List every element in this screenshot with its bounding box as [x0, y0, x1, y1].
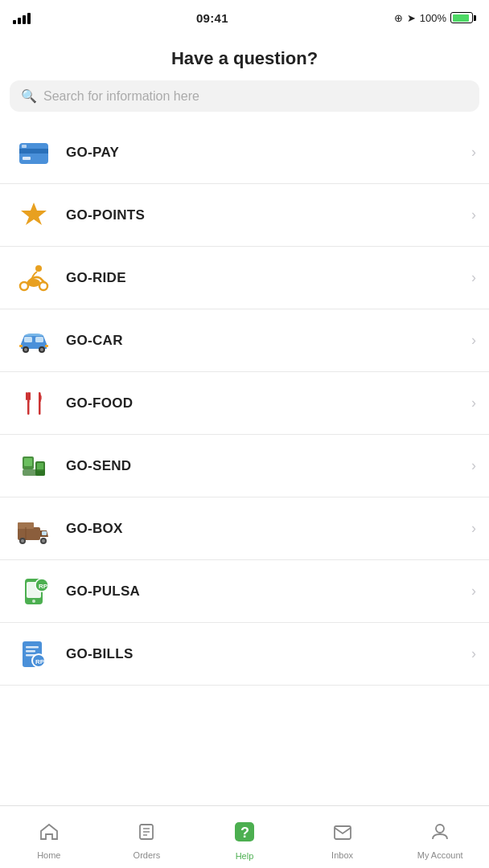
go-points-icon — [13, 194, 55, 236]
signal-icon — [13, 11, 31, 24]
location-icon: ⊕ — [394, 12, 403, 24]
gps-icon: ➤ — [407, 12, 416, 24]
go-pay-label: GO-PAY — [66, 145, 465, 161]
go-pay-chevron: › — [471, 144, 476, 161]
go-bills-icon: RP — [13, 633, 55, 675]
go-pulsa-icon: RP — [13, 571, 55, 612]
tab-my-account[interactable]: My Account — [391, 815, 489, 860]
svg-point-52 — [436, 825, 444, 833]
menu-item-go-send[interactable]: GO-SEND › — [0, 435, 489, 497]
go-bills-label: GO-BILLS — [66, 646, 465, 662]
inbox-icon — [332, 821, 353, 847]
go-food-chevron: › — [471, 395, 476, 411]
svg-rect-9 — [35, 337, 43, 342]
svg-text:RP: RP — [35, 658, 45, 665]
go-food-label: GO-FOOD — [66, 395, 465, 411]
tab-inbox-label: Inbox — [331, 850, 353, 860]
svg-text:RP: RP — [39, 583, 48, 590]
svg-point-36 — [32, 600, 35, 603]
svg-text:?: ? — [240, 825, 249, 841]
go-box-label: GO-BOX — [66, 521, 465, 537]
home-icon — [39, 821, 60, 847]
menu-item-go-bills[interactable]: RP GO-BILLS › — [0, 623, 489, 686]
go-food-icon — [13, 383, 55, 424]
go-box-chevron: › — [471, 520, 476, 537]
search-icon: 🔍 — [21, 88, 37, 104]
search-bar[interactable]: 🔍 Search for information here — [10, 80, 479, 112]
go-send-chevron: › — [471, 457, 476, 474]
tab-inbox[interactable]: Inbox — [294, 815, 392, 860]
menu-item-go-ride[interactable]: GO-RIDE › — [0, 247, 489, 309]
svg-rect-27 — [42, 531, 47, 535]
battery-icon — [450, 12, 476, 23]
svg-rect-41 — [26, 650, 35, 653]
go-car-label: GO-CAR — [66, 333, 465, 349]
svg-rect-17 — [26, 392, 27, 400]
svg-rect-1 — [19, 149, 48, 154]
svg-point-4 — [35, 265, 42, 272]
tab-home-label: Home — [37, 850, 60, 860]
search-input[interactable]: Search for information here — [43, 89, 468, 104]
svg-rect-15 — [45, 345, 48, 347]
tab-my-account-label: My Account — [417, 850, 463, 860]
tab-bar: Home Orders ? Help Inbox — [0, 805, 489, 868]
go-pay-icon — [13, 132, 55, 174]
go-box-icon — [13, 508, 55, 550]
tab-home[interactable]: Home — [0, 815, 98, 860]
help-icon: ? — [233, 821, 256, 848]
svg-rect-8 — [24, 337, 32, 342]
tab-help[interactable]: ? Help — [195, 814, 294, 861]
svg-point-7 — [39, 282, 47, 290]
status-right-area: ⊕ ➤ 100% — [394, 12, 476, 24]
status-time: 09:41 — [196, 11, 228, 25]
svg-rect-2 — [23, 157, 31, 160]
tab-orders[interactable]: Orders — [98, 815, 196, 860]
go-points-chevron: › — [471, 207, 476, 223]
menu-item-go-pay[interactable]: GO-PAY › — [0, 121, 489, 184]
go-send-icon — [13, 445, 55, 487]
tab-help-label: Help — [236, 851, 254, 861]
svg-rect-40 — [26, 646, 39, 649]
svg-rect-22 — [24, 458, 32, 466]
svg-point-13 — [40, 348, 43, 351]
signal-area — [13, 11, 31, 24]
menu-list: GO-PAY › GO-POINTS › — [0, 121, 489, 686]
menu-item-go-car[interactable]: GO-CAR › — [0, 309, 489, 372]
svg-point-6 — [20, 282, 28, 290]
orders-icon — [136, 821, 157, 847]
svg-rect-19 — [27, 400, 30, 403]
svg-point-11 — [24, 348, 27, 351]
svg-rect-14 — [19, 345, 23, 347]
account-icon — [429, 821, 450, 847]
go-pulsa-label: GO-PULSA — [66, 583, 465, 600]
page-title: Have a question? — [0, 35, 489, 80]
go-ride-label: GO-RIDE — [66, 270, 465, 286]
go-pulsa-chevron: › — [471, 583, 476, 600]
go-car-chevron: › — [471, 332, 476, 349]
search-container: 🔍 Search for information here — [0, 80, 489, 121]
svg-rect-18 — [29, 392, 31, 400]
status-bar: 09:41 ⊕ ➤ 100% — [0, 0, 489, 35]
menu-item-go-food[interactable]: GO-FOOD › — [0, 372, 489, 435]
menu-item-go-pulsa[interactable]: RP GO-PULSA › — [0, 560, 489, 623]
go-ride-icon — [13, 257, 55, 299]
menu-item-go-box[interactable]: GO-BOX › — [0, 497, 489, 560]
svg-point-29 — [21, 539, 24, 542]
svg-rect-25 — [23, 469, 45, 476]
go-bills-chevron: › — [471, 645, 476, 662]
menu-item-go-points[interactable]: GO-POINTS › — [0, 184, 489, 247]
go-car-icon — [13, 320, 55, 362]
go-send-label: GO-SEND — [66, 458, 465, 474]
battery-percent: 100% — [420, 12, 446, 24]
go-points-label: GO-POINTS — [66, 207, 465, 223]
tab-orders-label: Orders — [134, 850, 161, 860]
svg-rect-3 — [22, 145, 27, 148]
svg-point-31 — [42, 539, 45, 542]
go-ride-chevron: › — [471, 269, 476, 286]
